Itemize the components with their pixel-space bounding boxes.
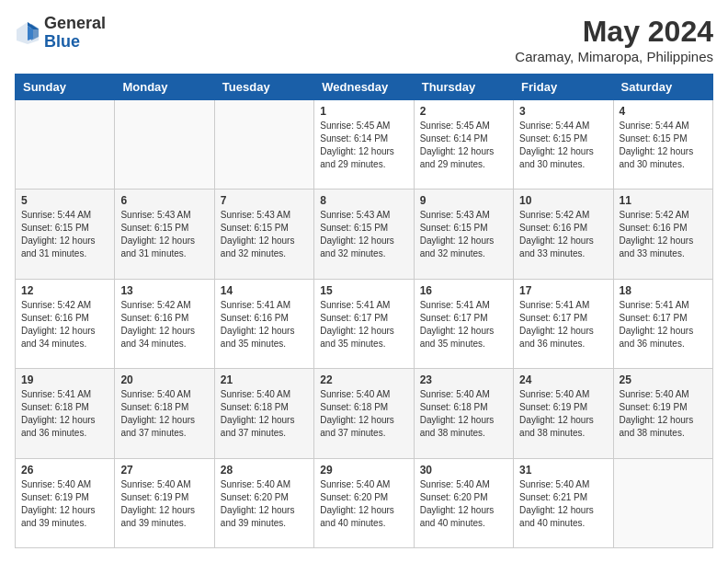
day-info: Sunrise: 5:43 AM Sunset: 6:15 PM Dayligh… bbox=[221, 209, 308, 260]
calendar-cell-w2-d3: 8Sunrise: 5:43 AM Sunset: 6:15 PM Daylig… bbox=[314, 190, 414, 279]
col-friday: Friday bbox=[514, 75, 613, 100]
calendar-cell-w5-d2: 28Sunrise: 5:40 AM Sunset: 6:20 PM Dayli… bbox=[214, 458, 313, 547]
day-number: 2 bbox=[420, 105, 507, 118]
day-info: Sunrise: 5:40 AM Sunset: 6:18 PM Dayligh… bbox=[320, 388, 407, 440]
day-number: 4 bbox=[620, 105, 707, 118]
day-info: Sunrise: 5:40 AM Sunset: 6:19 PM Dayligh… bbox=[21, 478, 108, 530]
calendar-cell-w1-d5: 3Sunrise: 5:44 AM Sunset: 6:15 PM Daylig… bbox=[514, 100, 613, 190]
day-info: Sunrise: 5:40 AM Sunset: 6:18 PM Dayligh… bbox=[221, 388, 308, 440]
col-thursday: Thursday bbox=[414, 75, 513, 100]
calendar-cell-w2-d1: 6Sunrise: 5:43 AM Sunset: 6:15 PM Daylig… bbox=[115, 190, 214, 279]
header: General Blue May 2024 Caramay, Mimaropa,… bbox=[15, 15, 713, 64]
logo-text: General Blue bbox=[44, 15, 106, 52]
subtitle: Caramay, Mimaropa, Philippines bbox=[515, 49, 713, 64]
day-number: 10 bbox=[519, 194, 607, 207]
col-sunday: Sunday bbox=[16, 75, 115, 100]
day-info: Sunrise: 5:40 AM Sunset: 6:19 PM Dayligh… bbox=[120, 478, 208, 530]
day-info: Sunrise: 5:41 AM Sunset: 6:17 PM Dayligh… bbox=[320, 299, 407, 350]
day-number: 23 bbox=[420, 373, 507, 386]
calendar-cell-w2-d4: 9Sunrise: 5:43 AM Sunset: 6:15 PM Daylig… bbox=[414, 190, 513, 279]
calendar-cell-w5-d4: 30Sunrise: 5:40 AM Sunset: 6:20 PM Dayli… bbox=[414, 458, 513, 547]
day-number: 25 bbox=[620, 373, 707, 386]
calendar-cell-w3-d3: 15Sunrise: 5:41 AM Sunset: 6:17 PM Dayli… bbox=[314, 279, 414, 368]
day-number: 21 bbox=[221, 373, 308, 386]
calendar-cell-w4-d2: 21Sunrise: 5:40 AM Sunset: 6:18 PM Dayli… bbox=[214, 369, 313, 458]
calendar-week-2: 5Sunrise: 5:44 AM Sunset: 6:15 PM Daylig… bbox=[16, 190, 713, 279]
day-info: Sunrise: 5:40 AM Sunset: 6:18 PM Dayligh… bbox=[420, 388, 507, 440]
day-info: Sunrise: 5:40 AM Sunset: 6:20 PM Dayligh… bbox=[420, 478, 507, 530]
calendar-cell-w4-d3: 22Sunrise: 5:40 AM Sunset: 6:18 PM Dayli… bbox=[314, 369, 414, 458]
page: General Blue May 2024 Caramay, Mimaropa,… bbox=[0, 0, 728, 563]
calendar-cell-w4-d4: 23Sunrise: 5:40 AM Sunset: 6:18 PM Dayli… bbox=[414, 369, 513, 458]
day-info: Sunrise: 5:41 AM Sunset: 6:17 PM Dayligh… bbox=[519, 299, 607, 350]
calendar-cell-w1-d0 bbox=[16, 100, 115, 190]
day-number: 19 bbox=[21, 373, 108, 386]
calendar-cell-w2-d0: 5Sunrise: 5:44 AM Sunset: 6:15 PM Daylig… bbox=[16, 190, 115, 279]
day-number: 9 bbox=[420, 194, 507, 207]
calendar-cell-w1-d6: 4Sunrise: 5:44 AM Sunset: 6:15 PM Daylig… bbox=[613, 100, 712, 190]
day-number: 11 bbox=[620, 194, 707, 207]
day-info: Sunrise: 5:42 AM Sunset: 6:16 PM Dayligh… bbox=[120, 299, 208, 350]
calendar-cell-w1-d2 bbox=[214, 100, 313, 190]
logo-icon bbox=[15, 20, 40, 46]
day-info: Sunrise: 5:43 AM Sunset: 6:15 PM Dayligh… bbox=[320, 209, 407, 260]
day-info: Sunrise: 5:44 AM Sunset: 6:15 PM Dayligh… bbox=[21, 209, 108, 260]
day-info: Sunrise: 5:40 AM Sunset: 6:20 PM Dayligh… bbox=[320, 478, 407, 530]
calendar-cell-w3-d4: 16Sunrise: 5:41 AM Sunset: 6:17 PM Dayli… bbox=[414, 279, 513, 368]
day-number: 17 bbox=[519, 284, 607, 297]
calendar-cell-w1-d3: 1Sunrise: 5:45 AM Sunset: 6:14 PM Daylig… bbox=[314, 100, 414, 190]
day-number: 1 bbox=[320, 105, 407, 118]
day-number: 12 bbox=[21, 284, 108, 297]
calendar-cell-w3-d0: 12Sunrise: 5:42 AM Sunset: 6:16 PM Dayli… bbox=[16, 279, 115, 368]
col-wednesday: Wednesday bbox=[314, 75, 414, 100]
calendar-week-1: 1Sunrise: 5:45 AM Sunset: 6:14 PM Daylig… bbox=[16, 100, 713, 190]
day-number: 7 bbox=[221, 194, 308, 207]
day-info: Sunrise: 5:42 AM Sunset: 6:16 PM Dayligh… bbox=[21, 299, 108, 350]
day-info: Sunrise: 5:44 AM Sunset: 6:15 PM Dayligh… bbox=[620, 120, 707, 171]
day-number: 28 bbox=[221, 464, 308, 477]
logo-blue-text: Blue bbox=[44, 33, 106, 52]
day-info: Sunrise: 5:40 AM Sunset: 6:19 PM Dayligh… bbox=[519, 388, 607, 440]
day-info: Sunrise: 5:41 AM Sunset: 6:17 PM Dayligh… bbox=[420, 299, 507, 350]
title-section: May 2024 Caramay, Mimaropa, Philippines bbox=[515, 15, 713, 64]
day-number: 3 bbox=[519, 105, 607, 118]
calendar-cell-w2-d5: 10Sunrise: 5:42 AM Sunset: 6:16 PM Dayli… bbox=[514, 190, 613, 279]
day-info: Sunrise: 5:41 AM Sunset: 6:18 PM Dayligh… bbox=[21, 388, 108, 440]
day-number: 30 bbox=[420, 464, 507, 477]
day-info: Sunrise: 5:41 AM Sunset: 6:16 PM Dayligh… bbox=[221, 299, 308, 350]
day-info: Sunrise: 5:43 AM Sunset: 6:15 PM Dayligh… bbox=[420, 209, 507, 260]
day-number: 22 bbox=[320, 373, 407, 386]
calendar-cell-w3-d1: 13Sunrise: 5:42 AM Sunset: 6:16 PM Dayli… bbox=[115, 279, 214, 368]
logo-general-text: General bbox=[44, 15, 106, 33]
calendar-cell-w4-d6: 25Sunrise: 5:40 AM Sunset: 6:19 PM Dayli… bbox=[613, 369, 712, 458]
day-number: 15 bbox=[320, 284, 407, 297]
day-info: Sunrise: 5:40 AM Sunset: 6:19 PM Dayligh… bbox=[620, 388, 707, 440]
calendar-cell-w5-d6 bbox=[613, 458, 712, 547]
day-number: 27 bbox=[120, 464, 208, 477]
day-number: 14 bbox=[221, 284, 308, 297]
calendar-week-5: 26Sunrise: 5:40 AM Sunset: 6:19 PM Dayli… bbox=[16, 458, 713, 547]
logo: General Blue bbox=[15, 15, 106, 52]
day-info: Sunrise: 5:42 AM Sunset: 6:16 PM Dayligh… bbox=[620, 209, 707, 260]
day-info: Sunrise: 5:45 AM Sunset: 6:14 PM Dayligh… bbox=[420, 120, 507, 171]
calendar-cell-w4-d1: 20Sunrise: 5:40 AM Sunset: 6:18 PM Dayli… bbox=[115, 369, 214, 458]
calendar-week-4: 19Sunrise: 5:41 AM Sunset: 6:18 PM Dayli… bbox=[16, 369, 713, 458]
day-info: Sunrise: 5:40 AM Sunset: 6:20 PM Dayligh… bbox=[221, 478, 308, 530]
col-monday: Monday bbox=[115, 75, 214, 100]
day-info: Sunrise: 5:40 AM Sunset: 6:18 PM Dayligh… bbox=[120, 388, 208, 440]
calendar-cell-w3-d6: 18Sunrise: 5:41 AM Sunset: 6:17 PM Dayli… bbox=[613, 279, 712, 368]
calendar-cell-w1-d4: 2Sunrise: 5:45 AM Sunset: 6:14 PM Daylig… bbox=[414, 100, 513, 190]
day-number: 16 bbox=[420, 284, 507, 297]
calendar-week-3: 12Sunrise: 5:42 AM Sunset: 6:16 PM Dayli… bbox=[16, 279, 713, 368]
calendar-cell-w3-d2: 14Sunrise: 5:41 AM Sunset: 6:16 PM Dayli… bbox=[214, 279, 313, 368]
calendar-cell-w5-d3: 29Sunrise: 5:40 AM Sunset: 6:20 PM Dayli… bbox=[314, 458, 414, 547]
day-number: 5 bbox=[21, 194, 108, 207]
calendar-cell-w3-d5: 17Sunrise: 5:41 AM Sunset: 6:17 PM Dayli… bbox=[514, 279, 613, 368]
day-number: 26 bbox=[21, 464, 108, 477]
calendar-cell-w2-d6: 11Sunrise: 5:42 AM Sunset: 6:16 PM Dayli… bbox=[613, 190, 712, 279]
day-info: Sunrise: 5:43 AM Sunset: 6:15 PM Dayligh… bbox=[120, 209, 208, 260]
day-number: 8 bbox=[320, 194, 407, 207]
calendar-cell-w5-d5: 31Sunrise: 5:40 AM Sunset: 6:21 PM Dayli… bbox=[514, 458, 613, 547]
day-info: Sunrise: 5:45 AM Sunset: 6:14 PM Dayligh… bbox=[320, 120, 407, 171]
day-number: 29 bbox=[320, 464, 407, 477]
